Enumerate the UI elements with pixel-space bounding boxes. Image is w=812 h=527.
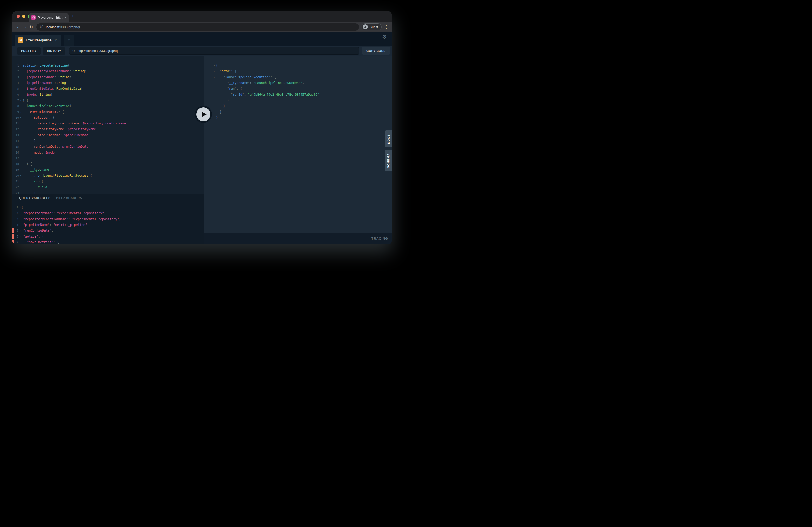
address-bar[interactable]: ⓘ localhost:3333/graphql [37, 24, 359, 31]
tab-http-headers[interactable]: HTTP HEADERS [56, 196, 82, 200]
mutation-badge: M [18, 37, 24, 43]
line-number: 4 [13, 81, 19, 85]
tracing-bar[interactable]: TRACING [204, 233, 392, 244]
query-line: 12 repositoryName: $repositoryName [13, 126, 204, 132]
fold-arrow-icon[interactable]: ▾ [18, 235, 21, 238]
close-window-button[interactable] [17, 15, 20, 18]
code-text: "runConfigData": { [21, 229, 57, 232]
query-line: 16 mode: $mode [13, 149, 204, 155]
variables-header: QUERY VARIABLES HTTP HEADERS [13, 194, 204, 200]
fold-arrow-icon[interactable]: ▾ [19, 163, 23, 165]
code-text: $repositoryName: String! [23, 75, 72, 79]
avatar-icon [363, 25, 368, 29]
response-line: "__typename": "LaunchPipelineRunSuccess"… [204, 80, 392, 86]
variables-editor[interactable]: 1▾{2 "repositoryName": "experimental_rep… [13, 205, 204, 244]
back-icon[interactable]: ← [16, 25, 22, 29]
line-number: 1 [13, 64, 19, 67]
reload-icon[interactable]: ↻ [28, 25, 34, 29]
minimize-window-button[interactable] [22, 15, 25, 18]
new-browser-tab-button[interactable]: + [71, 14, 74, 19]
line-number: 10 [13, 116, 19, 119]
line-number: 22 [13, 185, 19, 189]
query-editor[interactable]: 1mutation ExecutePipeline(2 $repositoryL… [13, 56, 204, 194]
fold-arrow-icon[interactable]: ▾ [18, 241, 21, 243]
query-line: 11 repositoryLocationName: $repositoryLo… [13, 121, 204, 126]
query-line: 21 run { [13, 179, 204, 184]
code-text: $runConfigData: RunConfigData! [23, 87, 83, 90]
query-line: 8 launchPipelineExecution( [13, 103, 204, 109]
variables-line: 2 "repositoryName": "experimental_reposi… [13, 210, 204, 216]
window-controls [17, 15, 31, 18]
line-number: 2 [14, 212, 18, 215]
fold-arrow-icon[interactable]: ▾ [214, 64, 216, 67]
session-tab-close-icon[interactable]: × [55, 38, 57, 42]
browser-menu-icon[interactable]: ⋮ [385, 25, 389, 29]
docs-side-tab[interactable]: DOCS [385, 131, 392, 147]
query-line: 23 } [13, 190, 204, 194]
session-toolbar: PRETTIFY HISTORY ↺ http://localhost:3333… [13, 46, 392, 56]
code-text: __typename [23, 168, 49, 171]
code-text: "repositoryName": "experimental_reposito… [21, 211, 106, 215]
settings-gear-icon[interactable]: ⚙ [382, 34, 387, 40]
playground-main: 1mutation ExecutePipeline(2 $repositoryL… [13, 56, 392, 244]
query-line: 14 } [13, 138, 204, 144]
session-tab-executepipeline[interactable]: M ExecutePipeline × [15, 34, 61, 46]
query-line: 10▾ selector: { [13, 115, 204, 121]
fold-arrow-icon[interactable]: ▾ [214, 70, 216, 73]
query-line: 4 $pipelineName: String! [13, 80, 204, 86]
code-text: $pipelineName: String! [23, 81, 68, 85]
line-number: 15 [13, 145, 19, 148]
fold-arrow-icon[interactable]: ▾ [19, 111, 23, 113]
query-line: 1mutation ExecutePipeline( [13, 63, 204, 68]
browser-tab-close-icon[interactable]: × [64, 16, 67, 19]
variables-line: 5▾ "runConfigData": { [13, 228, 204, 234]
browser-toolbar: ← → ↻ ⓘ localhost:3333/graphql Guest ⋮ [13, 22, 392, 32]
line-number: 7 [13, 99, 19, 102]
schema-side-tab[interactable]: SCHEMA [385, 150, 392, 171]
variables-line: 7▾ "save_metrics": { [13, 239, 204, 244]
response-line: "run": { [204, 86, 392, 91]
code-text: "data": { [216, 70, 237, 73]
endpoint-reload-icon[interactable]: ↺ [72, 49, 75, 53]
new-session-button[interactable]: + [64, 34, 74, 46]
session-tab-title: ExecutePipeline [26, 38, 52, 42]
response-line: ▾ "data": { [204, 68, 392, 74]
tracing-label: TRACING [372, 237, 388, 240]
code-text: "pipelineName": "metrics_pipeline", [21, 223, 89, 227]
variables-line: 1▾{ [13, 205, 204, 210]
forward-icon[interactable]: → [22, 25, 28, 29]
address-url: localhost:3333/graphql [46, 25, 80, 29]
tab-query-variables[interactable]: QUERY VARIABLES [19, 196, 50, 200]
code-text: "save_metrics": { [21, 240, 59, 244]
code-text: launchPipelineExecution( [23, 104, 72, 108]
code-text: ) { [23, 99, 28, 102]
profile-button[interactable]: Guest [362, 24, 381, 30]
fold-arrow-icon[interactable]: ▾ [19, 175, 23, 177]
site-info-icon[interactable]: ⓘ [40, 25, 43, 29]
history-button[interactable]: HISTORY [43, 47, 65, 55]
execute-query-button[interactable] [195, 106, 212, 123]
code-text: } [23, 139, 36, 143]
fold-arrow-icon[interactable]: ▾ [19, 99, 23, 102]
query-line: 15 runConfigData: $runConfigData [13, 144, 204, 149]
fold-arrow-icon[interactable]: ▾ [18, 229, 21, 232]
line-number: 12 [13, 127, 19, 131]
line-number: 20 [13, 174, 19, 177]
code-text: ) { [23, 162, 32, 166]
line-number: 1 [14, 206, 18, 209]
copy-curl-button[interactable]: COPY CURL [362, 47, 390, 55]
query-line: 22 runId [13, 184, 204, 190]
endpoint-url: http://localhost:3333/graphql [77, 49, 118, 53]
fold-arrow-icon[interactable]: ▾ [18, 206, 21, 209]
line-number: 7 [14, 241, 18, 244]
endpoint-input[interactable]: ↺ http://localhost:3333/graphql [69, 47, 360, 55]
fold-arrow-icon[interactable]: ▾ [19, 117, 23, 119]
browser-tab[interactable]: Playground - http://localhost:3 × [29, 13, 69, 22]
code-text: "repositoryLocationName": "experimental_… [21, 217, 121, 221]
code-text: { [21, 206, 23, 209]
prettify-button[interactable]: PRETTIFY [17, 47, 41, 55]
fold-arrow-icon[interactable]: ▾ [214, 76, 216, 78]
line-number: 9 [13, 110, 19, 114]
code-text: runConfigData: $runConfigData [23, 145, 88, 148]
code-text: $mode: String! [23, 93, 53, 96]
